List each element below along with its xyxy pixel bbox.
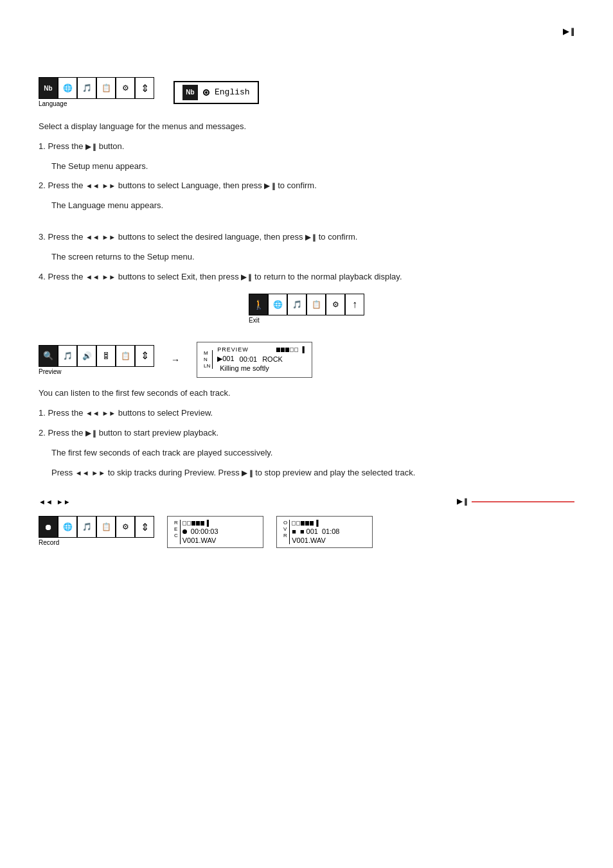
vol-4 — [290, 348, 294, 352]
preview-song: Killing me softly — [217, 364, 305, 372]
rec-label-o: O — [283, 520, 287, 526]
language-section: Nb 🌐 🎵 📋 ⚙ ⇕ Language Nb English Select … — [39, 77, 574, 213]
vol-5 — [294, 348, 298, 352]
exit-body-1: 3. Press the ◄◄ ►► buttons to select the… — [39, 231, 574, 244]
bottom-nav-line: ◄◄ ►► ▶ ‖ — [39, 497, 574, 506]
rec-vol-1: ▐ — [182, 520, 209, 526]
fwd-arrow-1: ►► — [102, 182, 116, 190]
lang-body-3: The Setup menu appears. — [39, 160, 574, 173]
exit-icon-group: 🚶 🌐 🎵 📋 ⚙ ↑ Exit — [249, 294, 364, 324]
preview-time: 00:01 — [240, 355, 258, 363]
rv1 — [182, 521, 186, 526]
fwd-arrow-5: ►► — [91, 469, 105, 477]
exit-icons: 🚶 🌐 🎵 📋 ⚙ ↑ — [249, 294, 364, 315]
record-icons: ⏺ 🌐 🎵 📋 ⚙ ⇕ — [39, 516, 154, 538]
rev-arrow-3: ◄◄ — [85, 273, 100, 281]
fwd-arrow-3: ►► — [102, 273, 116, 281]
preview-section: 🔍 🎵 🔊 🎛 📋 ⇕ Preview → M N LN — [39, 342, 574, 479]
rec-track-2: ■ — [292, 527, 296, 535]
record-icon-arrow: ⇕ — [135, 516, 154, 538]
play-pause-bottom: ▶ ‖ — [457, 497, 468, 506]
record-display-1-inner: R E C ▐ — [174, 520, 256, 544]
preview-body-2: 1. Press the ◄◄ ►► buttons to select Pre… — [39, 407, 574, 420]
record-display-2-inner: O V R ▐ — [283, 520, 366, 544]
record-icon-group: ⏺ 🌐 🎵 📋 ⚙ ⇕ Record — [39, 516, 154, 546]
lang-icon-5: ⚙ — [116, 77, 135, 99]
preview-label-ln: LN — [204, 363, 210, 369]
play-pause-icon-4: ▶ ‖ — [241, 272, 252, 283]
rec-vol-bar-2: ▐ — [292, 520, 339, 526]
record-icon-3: 🎵 — [77, 516, 96, 538]
rv-end: ▐ — [205, 520, 209, 526]
record-content-2: ▐ ■ ■ 001 01:08 V001.WAV — [292, 520, 339, 544]
preview-header-text: PREVIEW — [217, 346, 249, 353]
play-pause-icon-6: ▶ ‖ — [242, 468, 253, 479]
preview-track: ▶001 — [217, 355, 234, 363]
lang-body-2: 1. Press the ▶ ‖ button. — [39, 140, 574, 154]
preview-label: Preview — [39, 368, 62, 375]
record-icon-4: 📋 — [96, 516, 116, 538]
preview-icon-2: 🎵 — [58, 345, 77, 367]
language-row: Nb 🌐 🎵 📋 ⚙ ⇕ Language Nb English — [39, 77, 574, 107]
language-icons: Nb 🌐 🎵 📋 ⚙ ⇕ — [39, 77, 154, 99]
rv2-end: ▐ — [314, 520, 318, 526]
rv3 — [191, 521, 195, 526]
fwd-arrow-2: ►► — [102, 233, 116, 241]
lang-icon-main: Nb — [39, 77, 58, 99]
rv4 — [196, 521, 200, 526]
play-pause-icon-2: ▶ ‖ — [264, 181, 275, 192]
preview-genre: ROCK — [262, 355, 283, 363]
record-display-2: O V R ▐ — [276, 516, 373, 548]
rev-arrow-1: ◄◄ — [85, 182, 100, 190]
exit-body-3: 4. Press the ◄◄ ►► buttons to select Exi… — [39, 270, 574, 284]
rv2-5 — [310, 521, 314, 526]
radio-english — [203, 89, 209, 96]
vol-3 — [285, 348, 289, 352]
preview-display: M N LN PREVIEW — [197, 342, 312, 378]
preview-icon-arrow: ⇕ — [135, 345, 154, 367]
rec-vol-2: ▐ — [292, 520, 318, 526]
rv2-4 — [305, 521, 309, 526]
preview-icon-3: 🔊 — [77, 345, 96, 367]
volume-bar: ▐ — [276, 346, 305, 353]
record-display-1: R E C ▐ — [167, 516, 263, 548]
exit-icon-5: ⚙ — [326, 294, 345, 315]
preview-body-1: You can listen to the first few seconds … — [39, 387, 574, 400]
exit-icon-2: 🌐 — [268, 294, 287, 315]
exit-icon-3: 🎵 — [287, 294, 306, 315]
exit-icon-arrow: ↑ — [345, 294, 364, 315]
rec-label-v: V — [283, 526, 287, 532]
preview-left-labels: M N LN — [204, 350, 213, 369]
language-icon-group: Nb 🌐 🎵 📋 ⚙ ⇕ Language — [39, 77, 154, 107]
exit-label: Exit — [249, 317, 260, 324]
record-label: Record — [39, 539, 59, 546]
rev-arrow-bottom: ◄◄ — [39, 498, 53, 506]
rec-time-1: 00:00:03 — [191, 527, 218, 535]
rv2 — [187, 521, 191, 526]
preview-track-line: ▶001 00:01 ROCK — [217, 355, 305, 363]
preview-display-top: M N LN PREVIEW — [204, 346, 305, 372]
vol-1 — [276, 348, 280, 352]
eng-icon: Nb — [182, 85, 198, 100]
vol-2 — [281, 348, 285, 352]
rv2-3 — [301, 521, 305, 526]
preview-header-line: PREVIEW ▐ — [217, 346, 305, 353]
record-labels-1: R E C — [174, 520, 181, 544]
exit-section: 3. Press the ◄◄ ►► buttons to select the… — [39, 231, 574, 324]
record-content-1: ▐ 00:00:03 V001.WAV — [182, 520, 218, 544]
exit-icon-4: 📋 — [306, 294, 326, 315]
lang-body-5: The Language menu appears. — [39, 199, 574, 213]
play-pause-icon-1: ▶ ‖ — [85, 141, 96, 153]
record-labels-2: O V R — [283, 520, 290, 544]
rec-vol-bar-1: ▐ — [182, 520, 218, 526]
exit-icon-main: 🚶 — [249, 294, 268, 315]
preview-label-n: N — [204, 357, 210, 362]
underline-bottom — [472, 501, 574, 502]
play-pause-icon-3: ▶ ‖ — [305, 232, 316, 244]
rev-arrow-4: ◄◄ — [85, 409, 100, 417]
rv2-1 — [292, 521, 296, 526]
rec-label-r: R — [174, 520, 178, 526]
english-box: Nb English — [173, 81, 259, 104]
lang-body-4: 2. Press the ◄◄ ►► buttons to select Lan… — [39, 179, 574, 193]
rec-filename-1: V001.WAV — [182, 536, 218, 544]
